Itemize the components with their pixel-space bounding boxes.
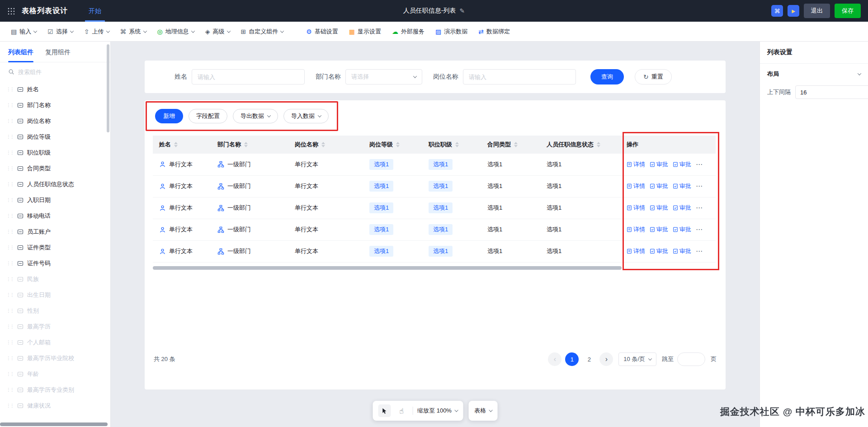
- drag-handle-icon[interactable]: ⋮⋮: [6, 119, 14, 123]
- column-header[interactable]: 部门名称: [211, 136, 288, 154]
- approve-link[interactable]: 审批: [673, 247, 691, 255]
- column-header[interactable]: 合同类型: [481, 136, 540, 154]
- sort-icon[interactable]: [396, 142, 400, 147]
- sidebar-field-item[interactable]: ⋮⋮ 最高学历专业类别: [0, 382, 110, 398]
- jump-page-input[interactable]: [677, 352, 705, 366]
- sidebar-horizontal-scrollbar[interactable]: [0, 422, 108, 426]
- drag-handle-icon[interactable]: ⋮⋮: [6, 388, 14, 392]
- drag-handle-icon[interactable]: ⋮⋮: [6, 245, 14, 250]
- toolbar-item[interactable]: ◈ 高级: [201, 25, 235, 38]
- sidebar-field-item[interactable]: ⋮⋮ 合同类型: [0, 160, 110, 176]
- more-actions-icon[interactable]: ⋯: [696, 247, 703, 255]
- layout-section-header[interactable]: 布局: [760, 64, 868, 83]
- sidebar-field-item[interactable]: ⋮⋮ 岗位名称: [0, 113, 110, 129]
- toolbar-item[interactable]: ⊞ 自定义组件: [236, 25, 288, 38]
- drag-handle-icon[interactable]: ⋮⋮: [6, 277, 14, 282]
- more-actions-icon[interactable]: ⋯: [696, 160, 703, 169]
- sidebar-vertical-scrollbar[interactable]: [107, 44, 109, 132]
- sidebar-field-item[interactable]: ⋮⋮ 健康状况: [0, 398, 110, 413]
- app-grid-icon[interactable]: [7, 7, 14, 14]
- approve-link[interactable]: 审批: [673, 182, 691, 190]
- approve-link[interactable]: 审批: [650, 182, 668, 190]
- detail-link[interactable]: 详情: [627, 225, 645, 234]
- row-gap-input[interactable]: [795, 85, 868, 99]
- sidebar-field-item[interactable]: ⋮⋮ 入职日期: [0, 192, 110, 208]
- sidebar-field-item[interactable]: ⋮⋮ 年龄: [0, 366, 110, 382]
- approve-link[interactable]: 审批: [650, 247, 668, 255]
- toolbar-item[interactable]: ⇧ 上传: [80, 25, 114, 38]
- approve-link[interactable]: 审批: [650, 225, 668, 234]
- query-button[interactable]: 查询: [590, 69, 624, 84]
- view-mode-select[interactable]: 表格: [474, 407, 492, 415]
- page-button-2[interactable]: 2: [582, 352, 596, 366]
- toolbar-item[interactable]: ◎ 地理信息: [153, 25, 199, 38]
- sort-icon[interactable]: [514, 142, 518, 147]
- drag-handle-icon[interactable]: ⋮⋮: [6, 214, 14, 218]
- drag-handle-icon[interactable]: ⋮⋮: [6, 261, 14, 266]
- more-actions-icon[interactable]: ⋯: [696, 225, 703, 234]
- cursor-tool-button[interactable]: [378, 404, 391, 417]
- field-config-button[interactable]: 字段配置: [189, 109, 227, 123]
- export-data-button[interactable]: 导出数据: [233, 109, 278, 123]
- detail-link[interactable]: 详情: [627, 204, 645, 212]
- approve-link[interactable]: 审批: [650, 160, 668, 169]
- sidebar-field-item[interactable]: ⋮⋮ 个人邮箱: [0, 334, 110, 350]
- edit-title-icon[interactable]: ✎: [459, 7, 465, 14]
- drag-handle-icon[interactable]: ⋮⋮: [6, 198, 14, 202]
- drag-handle-icon[interactable]: ⋮⋮: [6, 135, 14, 139]
- column-header[interactable]: 姓名: [153, 136, 211, 154]
- tab-start[interactable]: 开始: [89, 0, 101, 22]
- drag-handle-icon[interactable]: ⋮⋮: [6, 103, 14, 108]
- import-data-button[interactable]: 导入数据: [283, 109, 329, 123]
- drag-handle-icon[interactable]: ⋮⋮: [6, 324, 14, 329]
- filter-post-input[interactable]: [463, 69, 576, 84]
- page-size-select[interactable]: 10 条/页: [618, 352, 656, 366]
- drag-handle-icon[interactable]: ⋮⋮: [6, 340, 14, 345]
- table-horizontal-scrollbar[interactable]: [153, 266, 622, 270]
- sort-icon[interactable]: [244, 142, 248, 147]
- shortcut-icon-button[interactable]: ⌘: [771, 5, 783, 17]
- sort-icon[interactable]: [174, 142, 178, 147]
- sidebar-field-item[interactable]: ⋮⋮ 民族: [0, 271, 110, 287]
- toolbar-item[interactable]: ⌘ 系统: [116, 25, 151, 38]
- column-header[interactable]: 人员任职信息状态: [540, 136, 620, 154]
- detail-link[interactable]: 详情: [627, 160, 645, 169]
- detail-link[interactable]: 详情: [627, 247, 645, 255]
- sidebar-field-item[interactable]: ⋮⋮ 部门名称: [0, 97, 110, 113]
- sidebar-field-item[interactable]: ⋮⋮ 出生日期: [0, 287, 110, 303]
- more-actions-icon[interactable]: ⋯: [696, 182, 703, 190]
- column-header[interactable]: 职位职级: [422, 136, 481, 154]
- drag-handle-icon[interactable]: ⋮⋮: [6, 150, 14, 155]
- drag-handle-icon[interactable]: ⋮⋮: [6, 166, 14, 171]
- toolbar-item[interactable]: ☁ 外部服务: [387, 25, 429, 38]
- column-header[interactable]: 岗位等级: [363, 136, 422, 154]
- drag-handle-icon[interactable]: ⋮⋮: [6, 309, 14, 313]
- zoom-select[interactable]: 缩放至 100%: [417, 407, 458, 415]
- sidebar-field-item[interactable]: ⋮⋮ 人员任职信息状态: [0, 176, 110, 192]
- column-header[interactable]: 操作: [620, 136, 716, 154]
- toolbar-item[interactable]: ⇄ 数据绑定: [474, 25, 514, 38]
- sidebar-field-item[interactable]: ⋮⋮ 移动电话: [0, 208, 110, 224]
- save-button[interactable]: 保存: [835, 4, 861, 18]
- reset-button[interactable]: ↻ 重置: [635, 69, 672, 84]
- drag-handle-icon[interactable]: ⋮⋮: [6, 230, 14, 234]
- drag-handle-icon[interactable]: ⋮⋮: [6, 182, 14, 187]
- sidebar-field-item[interactable]: ⋮⋮ 姓名: [0, 81, 110, 97]
- drag-handle-icon[interactable]: ⋮⋮: [6, 293, 14, 297]
- approve-link[interactable]: 审批: [673, 204, 691, 212]
- exit-button[interactable]: 退出: [804, 4, 830, 18]
- more-actions-icon[interactable]: ⋯: [696, 204, 703, 212]
- sidebar-field-item[interactable]: ⋮⋮ 职位职级: [0, 145, 110, 160]
- toolbar-item[interactable]: ▨ 演示数据: [431, 25, 472, 38]
- search-input[interactable]: [18, 69, 102, 75]
- drag-handle-icon[interactable]: ⋮⋮: [6, 356, 14, 361]
- next-page-button[interactable]: ›: [599, 352, 613, 366]
- filter-dept-select[interactable]: 请选择: [345, 69, 422, 84]
- sidebar-field-item[interactable]: ⋮⋮ 证件类型: [0, 239, 110, 255]
- sidebar-field-item[interactable]: ⋮⋮ 最高学历: [0, 319, 110, 334]
- sidebar-field-item[interactable]: ⋮⋮ 证件号码: [0, 255, 110, 271]
- detail-link[interactable]: 详情: [627, 182, 645, 190]
- drag-handle-icon[interactable]: ⋮⋮: [6, 404, 14, 408]
- sidebar-field-item[interactable]: ⋮⋮ 性别: [0, 303, 110, 319]
- tab-list-components[interactable]: 列表组件: [8, 42, 33, 62]
